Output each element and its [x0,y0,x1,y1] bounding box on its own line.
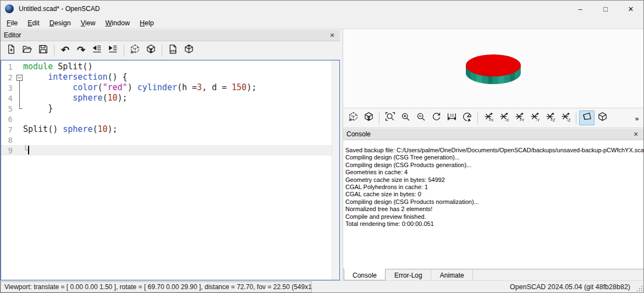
menu-edit[interactable]: Edit [23,18,45,28]
zoom-in-button[interactable] [398,110,413,125]
menu-view[interactable]: View [76,18,101,28]
console-line: Total rendering time: 0:00:00.051 [345,220,643,228]
editor-scrollbar[interactable] [332,60,339,280]
code-line-7[interactable]: 7Split() sphere(10); [1,124,332,135]
tab-console[interactable]: Console [344,269,386,280]
console-log[interactable]: Saved backup file: C:/Users/palme/OneDri… [343,140,643,269]
measure-distance-button[interactable]: 10 [444,110,459,125]
open-file-button[interactable] [19,43,35,58]
window-title: Untitled.scad* - OpenSCAD [19,5,100,13]
line-number: 9 [1,146,15,155]
console-panel-title: Console [346,130,371,138]
code-line-6[interactable]: 6 [1,114,332,124]
code-line-9[interactable]: 9└ [1,145,332,156]
preview-button[interactable]: » [345,110,361,125]
render-button[interactable] [361,110,376,125]
fold-marker [15,103,23,114]
line-number: 7 [1,125,15,134]
code-text: } [23,103,53,114]
fold-marker[interactable] [15,72,23,82]
view-orthogonal-button[interactable] [595,110,610,125]
undo-icon: ↶ [61,45,69,56]
code-editor[interactable]: 1module Split()2 intersection() {3 color… [1,60,340,280]
tab-animate[interactable]: Animate [431,269,473,280]
close-button[interactable]: ✕ [618,1,643,17]
viewport-status-text: Viewport: translate = [ 0.00 0.00 1.50 ]… [1,281,312,292]
code-line-5[interactable]: 5 } [1,103,332,114]
view-perspective-button[interactable] [579,110,595,125]
menu-window[interactable]: Window [101,18,135,28]
indent-button[interactable] [105,43,121,58]
toolbar-overflow-button[interactable]: » [632,113,641,123]
open-file-icon [22,44,32,57]
view-minus-x-button[interactable]: -X [496,110,511,125]
redo-button[interactable]: ↷ [73,43,89,58]
code-line-2[interactable]: 2 intersection() { [1,72,332,82]
reset-view-icon [431,112,442,124]
editor-close-icon[interactable]: ✕ [328,31,337,40]
render-icon [364,112,374,124]
zoom-out-button[interactable] [413,110,428,125]
view-plus-z-button[interactable]: +Z [542,110,558,125]
line-number: 3 [1,84,15,92]
toolbar-separator [124,45,124,57]
print-3d-button[interactable] [181,43,197,58]
console-line: Compile and preview finished. [345,213,643,220]
measure-angle-button[interactable] [459,110,475,125]
render-button[interactable] [143,43,159,58]
code-text: module Split() [23,62,92,72]
code-line-4[interactable]: 4 sphere(10); [1,93,332,103]
view-plus-z-icon: +Z [545,112,555,124]
tab-error-log[interactable]: Error-Log [386,269,431,280]
svg-text:+Y: +Y [519,118,524,122]
print-3d-icon [184,44,194,57]
view-perspective-icon [582,112,592,124]
fold-margin [15,62,23,72]
export-stl-button[interactable]: STL [165,43,181,58]
code-line-8[interactable]: 8 [1,135,332,145]
reset-view-button[interactable] [428,110,444,125]
unindent-button[interactable] [89,43,105,58]
preview-model-disc [466,54,521,85]
save-file-icon [38,44,48,57]
main-content: Editor ✕ ↶↷»STL 1module Split()2 interse… [1,29,643,280]
preview-icon: » [348,112,359,124]
view-minus-y-icon: -Y [530,112,540,124]
save-file-button[interactable] [35,43,51,58]
menu-file[interactable]: File [2,18,23,28]
code-text: intersection() { [23,72,128,82]
code-line-3[interactable]: 3 color("red") cylinder(h =3, d = 150); [1,82,332,93]
console-line: Compiling design (CSG Products generatio… [345,162,643,169]
maximize-button[interactable]: □ [593,1,618,17]
render-icon [146,44,156,57]
console-line: CGAL cache size in bytes: 0 [345,191,643,198]
code-line-1[interactable]: 1module Split() [1,62,332,72]
preview-button[interactable]: » [127,43,143,58]
svg-text:STL: STL [170,49,177,53]
view-minus-z-button[interactable]: -Z [558,110,573,125]
menu-help[interactable]: Help [135,18,159,28]
3d-viewport[interactable] [343,29,643,108]
new-file-icon [6,44,16,57]
console-line: Normalized tree has 2 elements! [345,206,643,213]
right-panel: »10+X-X+Y-Y+Z-Z» Console ✕ Saved backup … [343,29,643,280]
resize-grip-icon[interactable] [637,286,642,291]
fold-margin [15,145,23,156]
redo-icon: ↷ [77,45,85,56]
editor-panel: Editor ✕ ↶↷»STL 1module Split()2 interse… [1,29,340,280]
undo-button[interactable]: ↶ [57,43,73,58]
console-panel-header: Console ✕ [343,128,643,140]
console-line: Compiling design (CSG Tree generation)..… [345,154,643,161]
view-plus-y-button[interactable]: +Y [511,110,527,125]
menu-design[interactable]: Design [45,18,76,28]
view-all-button[interactable] [382,110,398,125]
new-file-button[interactable] [3,43,19,58]
svg-text:»: » [349,116,352,122]
minimize-button[interactable]: – [568,1,593,17]
editor-panel-header: Editor ✕ [1,29,340,41]
view-minus-y-button[interactable]: -Y [527,110,542,125]
view-plus-x-button[interactable]: +X [481,110,496,125]
fold-marker [15,93,23,103]
svg-text:-Y: -Y [536,118,540,122]
console-close-icon[interactable]: ✕ [631,130,640,139]
